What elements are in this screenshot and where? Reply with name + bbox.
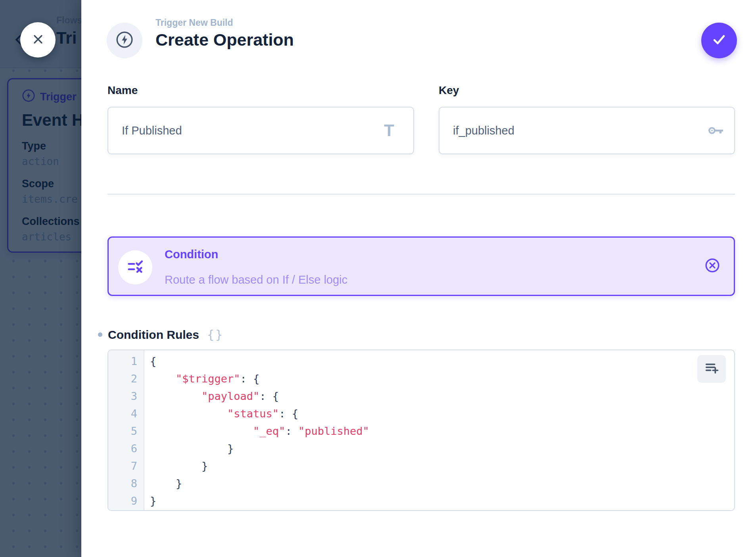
operation-description: Route a flow based on If / Else logic	[165, 273, 347, 286]
code-line[interactable]: "payload": {	[150, 388, 734, 405]
section-divider	[107, 194, 735, 195]
create-operation-drawer: Trigger New Build Create Operation Name …	[81, 0, 756, 557]
code-line[interactable]: "status": {	[150, 405, 734, 423]
code-content[interactable]: { "$trigger": { "payload": { "status": {…	[144, 350, 734, 510]
code-line[interactable]: }	[150, 492, 734, 510]
remove-operation-button[interactable]	[704, 257, 721, 275]
code-gutter: 123456789	[108, 350, 144, 510]
condition-rules-header: Condition Rules {}	[98, 328, 224, 342]
operation-icon-circle	[118, 250, 152, 284]
check-icon	[710, 31, 728, 50]
line-number: 6	[108, 440, 137, 457]
line-number: 5	[108, 423, 137, 440]
line-number: 8	[108, 475, 137, 492]
add-template-button[interactable]	[697, 355, 726, 383]
key-field-label: Key	[439, 84, 459, 97]
code-line[interactable]: "$trigger": {	[150, 370, 734, 388]
cancel-circle-icon	[704, 257, 721, 276]
line-number: 2	[108, 370, 137, 388]
close-icon	[31, 32, 45, 48]
name-input[interactable]	[107, 107, 414, 154]
condition-rules-label: Condition Rules	[108, 328, 199, 342]
line-number: 3	[108, 388, 137, 405]
key-input[interactable]	[439, 107, 735, 154]
drawer-subtitle: Trigger New Build	[155, 17, 233, 28]
rule-icon	[126, 257, 144, 277]
playlist-add-icon	[704, 360, 720, 378]
operation-title: Condition	[165, 248, 218, 261]
condition-rules-code-editor[interactable]: 123456789 { "$trigger": { "payload": { "…	[107, 350, 735, 511]
code-line[interactable]: "_eq": "published"	[150, 423, 734, 440]
bolt-circle-icon	[115, 30, 134, 51]
line-number: 1	[108, 353, 137, 370]
line-number: 9	[108, 492, 137, 510]
line-number: 4	[108, 405, 137, 423]
code-line[interactable]: }	[150, 475, 734, 492]
confirm-save-button[interactable]	[701, 23, 737, 58]
condition-operation-card[interactable]: Condition Route a flow based on If / Els…	[107, 236, 735, 296]
name-field-label: Name	[107, 84, 138, 97]
drawer-header-icon-circle	[107, 23, 142, 58]
line-number: 7	[108, 457, 137, 475]
edited-dot	[98, 332, 102, 337]
code-line[interactable]: {	[150, 353, 734, 370]
drawer-title: Create Operation	[155, 30, 294, 50]
close-drawer-button[interactable]	[20, 22, 56, 58]
code-line[interactable]: }	[150, 457, 734, 475]
code-line[interactable]: }	[150, 440, 734, 457]
braces-icon: {}	[207, 328, 224, 342]
